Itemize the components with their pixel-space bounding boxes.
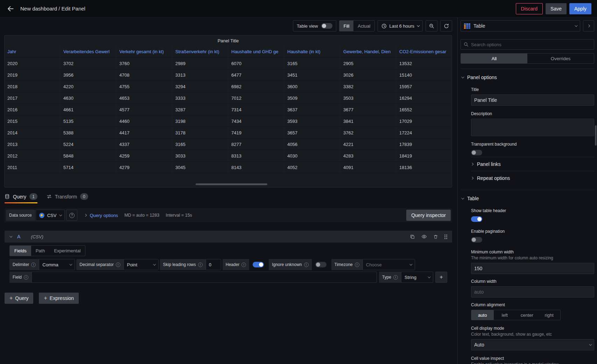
tab-transform[interactable]: Transform 0: [47, 193, 88, 203]
save-button[interactable]: Save: [546, 3, 567, 14]
table-cell: 4630: [61, 92, 117, 104]
table-view-toggle[interactable]: [321, 23, 332, 29]
datasource-picker[interactable]: CSV: [36, 210, 65, 221]
table-cell: 5135: [61, 115, 117, 127]
table-cell: 4337: [117, 139, 173, 150]
fill-option[interactable]: Fill: [339, 21, 354, 31]
panel-links-section[interactable]: Panel links: [471, 157, 594, 171]
discard-button[interactable]: Discard: [516, 3, 543, 14]
table-row: 201352244337316582774056422117839: [5, 138, 452, 150]
datasource-help-button[interactable]: ?: [66, 210, 77, 221]
table-cell: 3509: [285, 92, 340, 104]
timezone-select[interactable]: Choose: [363, 259, 415, 270]
sidebar-scrollbar[interactable]: [595, 125, 597, 146]
table-cell: 3382: [340, 81, 396, 92]
min-column-width-input[interactable]: [471, 263, 594, 274]
horizontal-scrollbar[interactable]: [196, 183, 267, 185]
table-cell: 3287: [173, 104, 229, 115]
enable-pagination-label: Enable pagination: [471, 229, 594, 234]
field-name-input[interactable]: [31, 272, 377, 283]
ignore-unknown-toggle[interactable]: [315, 262, 326, 267]
header-toggle[interactable]: [253, 262, 264, 267]
time-range-picker[interactable]: Last 6 hours: [378, 20, 423, 31]
zoom-out-button[interactable]: [426, 20, 437, 31]
apply-button[interactable]: Apply: [569, 3, 591, 14]
tab-all[interactable]: All: [461, 54, 527, 63]
info-icon: i: [241, 262, 246, 267]
table-cell: 3026: [340, 69, 396, 80]
table-cell: 17224: [396, 127, 452, 138]
collapse-query-icon[interactable]: [9, 234, 12, 237]
query-editor-header[interactable]: A (CSV): [5, 231, 452, 243]
add-query-button[interactable]: +Query: [5, 293, 33, 304]
table-column-header[interactable]: Haushalte und GHD ge: [229, 46, 285, 57]
collapse-options-button[interactable]: [583, 20, 594, 31]
alignment-option-auto[interactable]: auto: [471, 310, 494, 320]
duplicate-icon[interactable]: [410, 234, 415, 239]
enable-pagination-toggle[interactable]: [471, 237, 482, 243]
alignment-option-center[interactable]: center: [516, 310, 538, 320]
panel-title[interactable]: Panel Title: [5, 35, 452, 46]
table-cell: 3503: [340, 92, 396, 104]
repeat-options-section[interactable]: Repeat options: [471, 171, 594, 185]
query-options-toggle[interactable]: Query options: [84, 213, 118, 218]
table-column-header[interactable]: Jahr: [5, 46, 61, 57]
plus-icon: +: [44, 295, 47, 301]
table-cell: 3178: [173, 127, 229, 138]
table-cell: 17029: [396, 115, 452, 127]
drag-handle-icon[interactable]: [444, 234, 445, 236]
csv-subtab-fields[interactable]: Fields: [10, 246, 31, 256]
cell-display-mode-select[interactable]: Auto: [471, 339, 594, 350]
table-cell: 3657: [285, 127, 340, 138]
delete-query-trash-icon[interactable]: [433, 234, 438, 239]
add-expression-button[interactable]: +Expression: [39, 293, 79, 304]
panel-title-input[interactable]: [471, 94, 594, 106]
options-search-input[interactable]: [471, 42, 591, 47]
alignment-option-left[interactable]: left: [494, 310, 516, 320]
table-cell: 4056: [285, 139, 340, 150]
column-width-input[interactable]: [471, 286, 594, 298]
cell-value-inspect-label: Cell value inspect: [471, 356, 594, 361]
table-cell: 4417: [117, 127, 173, 138]
field-type-select[interactable]: String: [401, 272, 433, 283]
min-column-width-desc: The minimum width for column auto resizi…: [471, 255, 594, 260]
csv-field-row: Fieldi Typei String +: [9, 272, 447, 283]
column-width-label: Column width: [471, 279, 594, 284]
panel-options-header[interactable]: Panel options: [461, 69, 594, 82]
delimiter-select[interactable]: Comma: [39, 259, 75, 270]
table-column-header[interactable]: Verarbeitendes Gewerl: [61, 46, 117, 57]
skip-rows-input[interactable]: [206, 259, 221, 270]
back-arrow-icon[interactable]: [6, 4, 15, 14]
options-search[interactable]: [461, 39, 594, 50]
alignment-option-right[interactable]: right: [538, 310, 561, 320]
actual-option[interactable]: Actual: [353, 21, 374, 31]
table-column-header[interactable]: CO2-Emissionen gesar: [396, 46, 452, 57]
visualization-picker[interactable]: Table: [461, 20, 580, 31]
visualization-name: Table: [473, 23, 485, 29]
options-sidebar: Table All Overrides Panel options: [457, 18, 597, 364]
transparent-background-toggle[interactable]: [471, 150, 482, 155]
table-column-header[interactable]: Gewerbe, Handel, Dien: [340, 46, 396, 57]
transform-count-badge: 0: [80, 193, 88, 200]
table-column-header[interactable]: Verkehr gesamt (in kt): [117, 46, 173, 57]
tab-overrides[interactable]: Overrides: [527, 54, 594, 63]
table-column-header[interactable]: Haushalte (in kt): [285, 46, 340, 57]
table-cell: 13532: [396, 58, 452, 69]
description-textarea[interactable]: [471, 119, 594, 136]
refresh-button[interactable]: [440, 20, 452, 31]
table-cell: 5714: [61, 162, 117, 173]
query-inspector-button[interactable]: Query inspector: [406, 210, 451, 221]
decimal-separator-select[interactable]: Point: [124, 259, 159, 270]
table-options-header[interactable]: Table: [461, 190, 594, 203]
table-cell: 4091: [340, 162, 396, 173]
breadcrumb[interactable]: New dashboard / Edit Panel: [20, 6, 85, 12]
csv-subtab-experimental[interactable]: Experimental: [49, 246, 85, 256]
min-column-width-label: Minimum column width: [471, 250, 594, 254]
tab-query[interactable]: Query 1: [5, 193, 37, 203]
csv-subtab-path[interactable]: Path: [31, 246, 50, 256]
table-column-header[interactable]: Straßenverkehr (in kt): [173, 46, 229, 57]
hide-response-eye-icon[interactable]: [421, 234, 427, 239]
add-field-button[interactable]: +: [435, 272, 447, 283]
show-table-header-toggle[interactable]: [471, 216, 482, 222]
query-bar: Data source CSV ? Query options MD = aut…: [5, 208, 452, 222]
